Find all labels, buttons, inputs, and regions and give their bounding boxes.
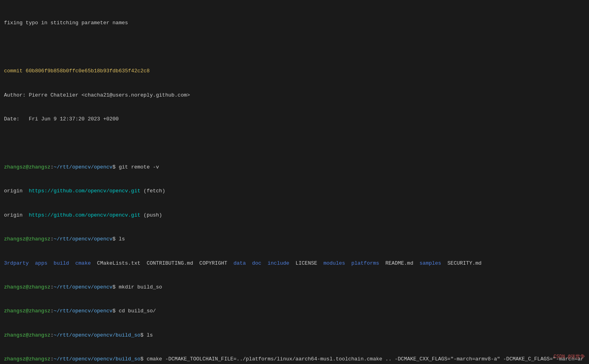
- prompt-cmake: zhangsz@zhangsz:~/rtt/opencv/opencv/buil…: [4, 355, 585, 364]
- prompt-ls: zhangsz@zhangsz:~/rtt/opencv/opencv$ ls: [4, 235, 585, 243]
- prompt-ls2: zhangsz@zhangsz:~/rtt/opencv/opencv/buil…: [4, 331, 585, 339]
- origin-push: origin https://github.com/opencv/opencv.…: [4, 211, 585, 219]
- prompt-cd: zhangsz@zhangsz:~/rtt/opencv/opencv$ cd …: [4, 307, 585, 315]
- blank-line: [4, 43, 585, 51]
- date-line: Date: Fri Jun 9 12:37:20 2023 +0200: [4, 115, 585, 123]
- prompt-mkdir: zhangsz@zhangsz:~/rtt/opencv/opencv$ mkd…: [4, 283, 585, 291]
- terminal: fixing typo in stitching parameter names…: [0, 0, 589, 364]
- origin-fetch: origin https://github.com/opencv/opencv.…: [4, 187, 585, 195]
- prompt-remote: zhangsz@zhangsz:~/rtt/opencv/opencv$ git…: [4, 163, 585, 171]
- commit-hash: commit 60b806f9b858b0ffc0e65b18b93fdb635…: [4, 67, 585, 75]
- blank2: [4, 139, 585, 147]
- ls-output: 3rdparty apps build cmake CMakeLists.txt…: [4, 259, 585, 267]
- author-line: Author: Pierre Chatelier <chacha21@users…: [4, 91, 585, 99]
- title-line: fixing typo in stitching parameter names: [4, 19, 585, 27]
- watermark: CSDN @张世争: [554, 353, 585, 360]
